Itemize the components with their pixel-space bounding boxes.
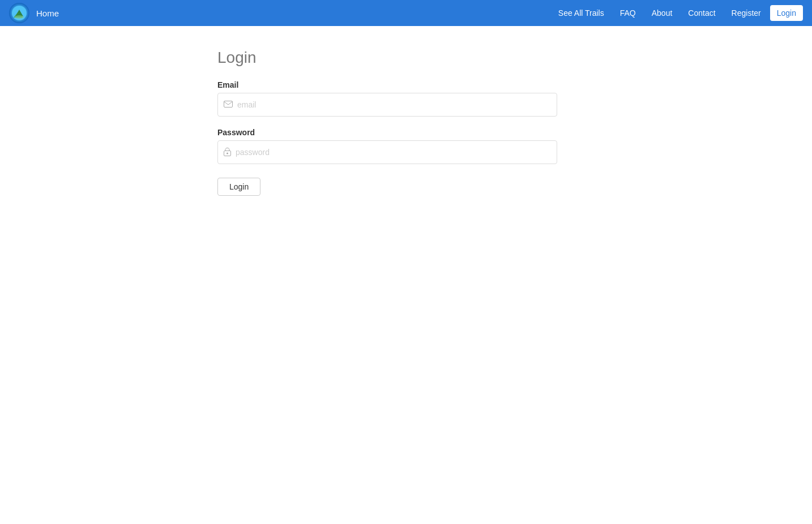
login-button[interactable]: Login bbox=[217, 178, 260, 196]
nav-right: See All Trails FAQ About Contact Registe… bbox=[552, 5, 803, 21]
nav-left: Home bbox=[9, 3, 59, 23]
nav-home-link[interactable]: Home bbox=[36, 8, 59, 18]
password-group: Password bbox=[217, 128, 557, 164]
svg-point-3 bbox=[15, 15, 24, 19]
lock-icon bbox=[224, 147, 231, 158]
email-group: Email bbox=[217, 80, 557, 117]
email-icon bbox=[224, 100, 233, 109]
nav-faq[interactable]: FAQ bbox=[613, 5, 643, 21]
navbar: Home See All Trails FAQ About Contact Re… bbox=[0, 0, 812, 26]
site-logo bbox=[9, 3, 29, 23]
nav-see-all-trails[interactable]: See All Trails bbox=[552, 5, 611, 21]
svg-point-6 bbox=[226, 152, 228, 154]
svg-rect-4 bbox=[224, 101, 233, 108]
page-title: Login bbox=[217, 49, 257, 67]
nav-contact[interactable]: Contact bbox=[681, 5, 722, 21]
password-input-wrapper bbox=[217, 140, 557, 164]
email-label: Email bbox=[217, 80, 557, 89]
nav-login[interactable]: Login bbox=[770, 5, 803, 21]
email-input[interactable] bbox=[237, 100, 551, 109]
password-label: Password bbox=[217, 128, 557, 137]
page-content: Login Email Password bbox=[0, 26, 812, 196]
nav-register[interactable]: Register bbox=[725, 5, 768, 21]
email-input-wrapper bbox=[217, 93, 557, 117]
password-input[interactable] bbox=[236, 148, 551, 157]
login-form: Email Password bbox=[217, 80, 557, 196]
nav-about[interactable]: About bbox=[645, 5, 679, 21]
